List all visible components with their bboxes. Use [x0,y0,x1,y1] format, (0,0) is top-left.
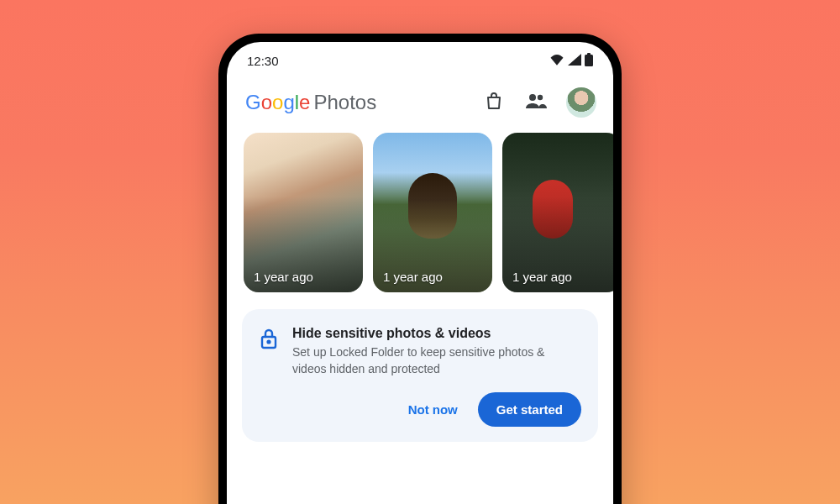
print-store-button[interactable] [477,86,511,119]
svg-point-3 [538,95,543,100]
account-avatar[interactable] [566,87,596,118]
phone-frame: 12:30 Google Photos [218,34,622,504]
promo-body: Set up Locked Folder to keep sensitive p… [292,344,581,377]
logo-photos-text: Photos [313,91,376,114]
svg-point-5 [268,341,270,344]
promo-title: Hide sensitive photos & videos [292,326,581,341]
clock-text: 12:30 [247,54,279,68]
status-icons [549,53,593,69]
lock-icon [259,328,279,353]
memory-card[interactable]: 1 year ago [502,133,613,292]
gradient-backdrop: 12:30 Google Photos [0,0,840,504]
status-bar: 12:30 [227,42,613,79]
shopping-bag-icon [484,91,504,114]
svg-rect-1 [587,53,591,55]
svg-rect-0 [585,55,593,66]
memories-carousel[interactable]: 1 year ago 1 year ago 1 year ago [227,126,613,292]
memory-label: 1 year ago [383,270,443,284]
not-now-button[interactable]: Not now [396,394,470,425]
locked-folder-promo-card: Hide sensitive photos & videos Set up Lo… [242,309,598,442]
battery-icon [585,53,593,69]
memory-card[interactable]: 1 year ago [373,133,492,292]
sharing-button[interactable] [519,86,553,119]
memory-card[interactable]: 1 year ago [244,133,363,292]
get-started-button[interactable]: Get started [478,392,581,427]
memory-label: 1 year ago [512,270,572,284]
people-icon [525,91,547,114]
cellular-icon [568,54,581,68]
phone-screen: 12:30 Google Photos [227,42,613,504]
google-photos-logo: Google Photos [245,91,376,114]
wifi-icon [549,54,564,68]
svg-point-2 [529,94,536,101]
memory-label: 1 year ago [254,270,313,284]
app-header: Google Photos [227,79,613,126]
